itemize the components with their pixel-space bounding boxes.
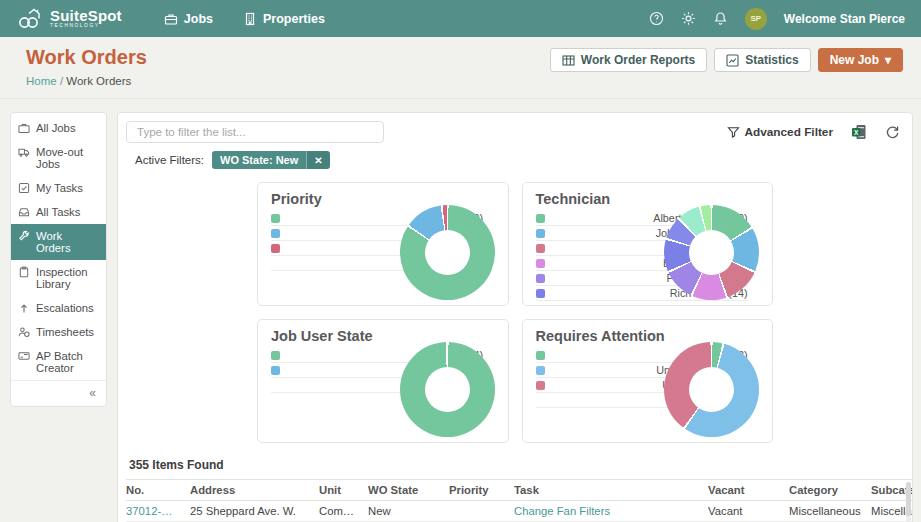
- sidebar-item-timesheets[interactable]: Timesheets: [11, 320, 106, 344]
- breadcrumb-home-link[interactable]: Home: [26, 75, 57, 87]
- column-header[interactable]: Unit: [319, 480, 368, 501]
- chart-title: Technician: [536, 191, 773, 207]
- search-input[interactable]: [126, 121, 384, 143]
- new-job-button[interactable]: New Job ▾: [818, 48, 903, 72]
- nav-item-label: Properties: [263, 12, 325, 26]
- legend-swatch: [536, 289, 545, 298]
- brand-text: SuiteSpot TECHNOLOGY: [50, 8, 122, 29]
- breadcrumb-separator: /: [60, 75, 63, 87]
- chart-title: Job User State: [271, 328, 508, 344]
- table-cell: New: [368, 501, 449, 522]
- items-found-count: 355 Items Found: [129, 458, 904, 472]
- svg-text:X: X: [854, 129, 859, 136]
- table-cell-link[interactable]: Change Fan Filters: [514, 501, 708, 522]
- nav-item-properties[interactable]: Properties: [243, 12, 325, 26]
- donut-chart[interactable]: [400, 342, 495, 437]
- refresh-icon[interactable]: [885, 125, 900, 140]
- sidebar: All Jobs Move-out Jobs My Tasks: [10, 112, 107, 407]
- funnel-icon: [727, 126, 740, 139]
- sidebar-item-move-out-jobs[interactable]: Move-out Jobs: [11, 140, 106, 176]
- main-panel: Advanced Filter X: [117, 112, 913, 522]
- gear-icon[interactable]: [681, 11, 696, 26]
- table-cell-link[interactable]: 37012-WO-01: [126, 501, 190, 522]
- chart-title: Priority: [271, 191, 508, 207]
- sidebar-item-all-jobs[interactable]: All Jobs: [11, 116, 106, 140]
- sidebar-item-my-tasks[interactable]: My Tasks: [11, 176, 106, 200]
- building-icon: [243, 12, 257, 26]
- chart-card-priority: Priority Not Set (300)High (48)Medium (7…: [257, 182, 509, 306]
- avatar[interactable]: SP: [745, 8, 767, 30]
- charts-grid: Priority Not Set (300)High (48)Medium (7…: [257, 182, 773, 443]
- table-row[interactable]: 37012-WO-0125 Sheppard Ave. W.Comm…NewCh…: [126, 501, 913, 522]
- arrow-up-icon: [18, 302, 30, 314]
- column-header[interactable]: Vacant: [708, 480, 789, 501]
- wrench-icon: [18, 230, 30, 242]
- export-excel-icon[interactable]: X: [851, 124, 867, 140]
- column-header[interactable]: Category: [789, 480, 871, 501]
- sidebar-item-work-orders[interactable]: Work Orders: [11, 224, 106, 260]
- briefcase-icon: [164, 12, 178, 26]
- sidebar-item-label: Timesheets: [36, 326, 94, 338]
- legend-row-empty: [536, 301, 748, 306]
- check-square-icon: [18, 182, 30, 194]
- button-label: Statistics: [745, 53, 798, 67]
- column-header[interactable]: WO State: [368, 480, 449, 501]
- donut-chart[interactable]: [664, 205, 759, 300]
- table-grid-icon: [562, 54, 575, 67]
- table-header-row: No.AddressUnitWO StatePriorityTaskVacant…: [126, 480, 913, 501]
- filter-badge-close-icon[interactable]: ✕: [306, 151, 329, 169]
- sidebar-item-label: All Jobs: [36, 122, 76, 134]
- sidebar-item-label: All Tasks: [36, 206, 80, 218]
- chart-line-icon: [726, 54, 739, 67]
- suitespot-logo-icon: [16, 8, 43, 30]
- legend-swatch: [536, 214, 545, 223]
- bell-icon[interactable]: [713, 11, 728, 26]
- column-header[interactable]: Task: [514, 480, 708, 501]
- top-navbar: SuiteSpot TECHNOLOGY Jobs Properties: [0, 0, 921, 37]
- sidebar-collapse-button[interactable]: «: [11, 380, 106, 406]
- welcome-text[interactable]: Welcome Stan Pierce: [784, 12, 905, 26]
- work-order-reports-button[interactable]: Work Order Reports: [550, 48, 707, 72]
- page-title: Work Orders: [26, 46, 147, 69]
- legend-swatch: [536, 274, 545, 283]
- brand-subtitle: TECHNOLOGY: [50, 24, 122, 29]
- legend-swatch: [536, 259, 545, 268]
- chart-card-requires-attention: Requires Attention Overdue (23)Unschedul…: [522, 319, 774, 443]
- chart-card-job-user-state: Job User State Active (354)In Progress (…: [257, 319, 509, 443]
- card-icon: [18, 350, 30, 362]
- inbox-icon: [18, 206, 30, 218]
- legend-swatch: [271, 244, 280, 253]
- donut-chart[interactable]: [664, 342, 759, 437]
- column-header[interactable]: No.: [126, 480, 190, 501]
- legend-swatch: [536, 381, 545, 390]
- column-header[interactable]: Priority: [449, 480, 514, 501]
- table-scrollbar[interactable]: [906, 482, 911, 522]
- chart-card-technician: Technician Alberto Ignacio (20)John Carm…: [522, 182, 774, 306]
- sidebar-item-all-tasks[interactable]: All Tasks: [11, 200, 106, 224]
- table-cell: [449, 501, 514, 522]
- nav-item-jobs[interactable]: Jobs: [164, 12, 213, 26]
- breadcrumb: Home / Work Orders: [26, 75, 147, 87]
- legend-swatch: [271, 366, 280, 375]
- donut-chart[interactable]: [400, 205, 495, 300]
- breadcrumb-current: Work Orders: [66, 75, 131, 87]
- work-orders-table: No.AddressUnitWO StatePriorityTaskVacant…: [126, 479, 913, 522]
- sidebar-item-label: AP Batch Creator: [36, 350, 99, 374]
- nav-item-label: Jobs: [184, 12, 213, 26]
- active-filters-label: Active Filters:: [135, 154, 204, 166]
- sidebar-item-ap-batch-creator[interactable]: AP Batch Creator: [11, 344, 106, 380]
- filter-badge-wo-state: WO State: New ✕: [212, 151, 330, 169]
- legend-swatch: [271, 214, 280, 223]
- advanced-filter-label: Advanced Filter: [745, 125, 834, 139]
- legend-swatch: [536, 351, 545, 360]
- column-header[interactable]: Address: [190, 480, 319, 501]
- sidebar-item-escalations[interactable]: Escalations: [11, 296, 106, 320]
- brand-logo[interactable]: SuiteSpot TECHNOLOGY: [16, 8, 122, 30]
- sidebar-item-label: My Tasks: [36, 182, 83, 194]
- chart-title: Requires Attention: [536, 328, 773, 344]
- help-icon[interactable]: [649, 11, 664, 26]
- sidebar-item-label: Inspection Library: [36, 266, 99, 290]
- advanced-filter-button[interactable]: Advanced Filter: [727, 125, 834, 139]
- statistics-button[interactable]: Statistics: [714, 48, 810, 72]
- sidebar-item-inspection-library[interactable]: Inspection Library: [11, 260, 106, 296]
